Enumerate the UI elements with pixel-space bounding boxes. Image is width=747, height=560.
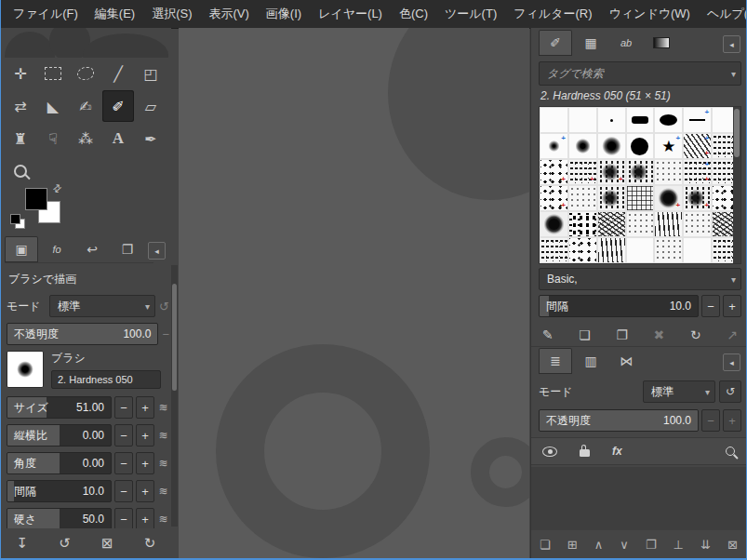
brush-cell[interactable] — [683, 237, 712, 263]
brush-preview[interactable] — [7, 351, 44, 388]
tool-hardness-slider-increase-button[interactable]: + — [136, 508, 154, 528]
brush-cell[interactable] — [683, 211, 712, 237]
merge-layer-button[interactable]: ⇊ — [700, 538, 711, 552]
brush-spacing-slider-increase-button[interactable]: + — [723, 295, 741, 317]
foreground-color-swatch[interactable] — [25, 188, 47, 210]
layer-mode-combo[interactable]: 標準 — [643, 380, 715, 403]
smudge-tool[interactable]: ☟ — [37, 123, 69, 154]
save-tool-preset-button[interactable]: ↧ — [17, 535, 29, 552]
mode-switch-icon[interactable]: ↺ — [159, 300, 169, 313]
brush-cell[interactable] — [654, 237, 683, 263]
toolbox-panel-menu-button[interactable]: ◂ — [148, 242, 166, 260]
tab-gradients[interactable] — [645, 30, 678, 56]
fx-icon[interactable]: fx — [612, 445, 622, 458]
tab-tool-options[interactable]: ▣ — [5, 236, 38, 262]
tool-aspect-ratio-slider[interactable]: 縦横比0.00 — [7, 424, 112, 447]
tool-size-slider[interactable]: サイズ51.00 — [7, 396, 112, 419]
tab-device-status[interactable]: fo — [40, 236, 73, 262]
move-tool[interactable]: ✛ — [5, 58, 36, 89]
tool-aspect-ratio-slider-decrease-button[interactable]: − — [114, 424, 133, 447]
tool-hardness-slider-decrease-button[interactable]: − — [114, 508, 133, 528]
layers-panel-menu-button[interactable]: ◂ — [723, 353, 740, 371]
brush-grid-scrollbar[interactable] — [733, 107, 740, 263]
tool-spacing-slider[interactable]: 間隔10.0 — [7, 480, 112, 502]
new-layer-button[interactable]: ❏ — [540, 538, 551, 552]
menu-item-8[interactable]: ツール(T) — [436, 0, 505, 28]
airbrush-tool[interactable]: ⁂ — [70, 123, 101, 154]
tool-opacity-slider[interactable]: 不透明度100.0 — [7, 323, 158, 345]
brush-cell[interactable] — [568, 211, 597, 237]
brush-tag-combo[interactable]: Basic, — [539, 268, 741, 290]
tool-hardness-slider[interactable]: 硬さ50.0 — [7, 508, 112, 528]
brushes-panel-menu-button[interactable]: ◂ — [723, 35, 740, 53]
layer-opacity-slider-increase-button[interactable]: + — [723, 409, 741, 432]
lock-icon[interactable] — [580, 449, 590, 457]
canvas[interactable] — [179, 28, 529, 558]
brush-cell[interactable] — [626, 237, 655, 263]
brush-cell[interactable] — [568, 185, 597, 211]
brush-cell[interactable]: + — [540, 159, 568, 185]
menu-item-7[interactable]: 色(C) — [391, 0, 436, 28]
tool-angle-slider-increase-button[interactable]: + — [136, 452, 154, 474]
fuzzy-select-tool[interactable]: ╱ — [102, 58, 134, 89]
brush-cell[interactable] — [626, 185, 655, 211]
lower-layer-button[interactable]: ∨ — [620, 538, 629, 552]
zoom-tool[interactable] — [5, 155, 36, 187]
open-brush-as-image-button[interactable]: ↗ — [727, 327, 738, 342]
ink-tool[interactable]: ✍ — [70, 90, 101, 122]
layer-opacity-slider[interactable]: 不透明度100.0 — [539, 409, 699, 432]
delete-layer-button[interactable]: ⊠ — [727, 538, 738, 552]
reset-tool-options-button[interactable]: ↻ — [144, 535, 156, 552]
new-brush-button[interactable]: ❏ — [579, 327, 591, 342]
brush-cell[interactable] — [597, 211, 626, 237]
brush-cell[interactable] — [540, 211, 568, 237]
restore-tool-preset-button[interactable]: ↺ — [59, 535, 71, 552]
tab-patterns[interactable]: ▦ — [574, 30, 607, 56]
edit-brush-button[interactable]: ✎ — [542, 327, 554, 342]
layer-mode-switch-icon[interactable]: ↺ — [719, 380, 741, 403]
menu-item-9[interactable]: フィルター(R) — [505, 0, 600, 28]
tool-options-scrollbar[interactable] — [171, 265, 178, 527]
clone-tool[interactable]: ♜ — [5, 123, 36, 154]
paint-mode-combo[interactable]: 標準 — [49, 295, 155, 317]
scrollbar-thumb[interactable] — [734, 109, 740, 157]
tab-paths[interactable]: ⋈ — [609, 348, 643, 374]
menu-item-10[interactable]: ウィンドウ(W) — [600, 0, 698, 28]
brush-cell[interactable]: + — [654, 133, 683, 159]
brush-cell[interactable]: ++ — [683, 159, 712, 185]
tab-layers[interactable]: ≣ — [539, 348, 572, 374]
color-picker-tool[interactable]: ✒ — [135, 123, 167, 154]
brush-cell[interactable] — [568, 133, 597, 159]
layer-list[interactable] — [531, 467, 746, 530]
brush-cell[interactable]: ++ — [683, 133, 712, 159]
tool-angle-slider[interactable]: 角度0.00 — [7, 452, 112, 474]
tool-aspect-ratio-slider-increase-button[interactable]: + — [136, 424, 154, 447]
brush-cell[interactable]: + — [540, 185, 568, 211]
tool-spacing-slider-decrease-button[interactable]: − — [114, 480, 133, 502]
bucket-fill-tool[interactable]: ◣ — [37, 90, 69, 122]
brush-cell[interactable] — [626, 159, 655, 185]
brush-cell[interactable]: + — [540, 133, 568, 159]
brush-cell[interactable] — [654, 107, 683, 133]
refresh-brushes-button[interactable]: ↻ — [690, 327, 701, 342]
tab-images[interactable]: ❐ — [111, 236, 144, 262]
menu-item-1[interactable]: ファイル(F) — [5, 0, 87, 28]
paintbrush-tool[interactable]: ✐ — [102, 90, 134, 122]
tab-undo-history[interactable]: ↩ — [75, 236, 109, 262]
tab-channels[interactable]: ▥ — [574, 348, 607, 374]
brush-cell[interactable] — [654, 159, 683, 185]
brush-cell[interactable]: + — [683, 185, 712, 211]
tab-fonts[interactable]: ab — [609, 30, 643, 56]
brush-search-combo[interactable]: タグで検索 — [539, 61, 741, 86]
layer-opacity-slider-decrease-button[interactable]: − — [701, 409, 720, 432]
eraser-tool[interactable]: ▱ — [135, 90, 167, 122]
brush-spacing-slider-decrease-button[interactable]: − — [701, 295, 720, 317]
brush-cell[interactable] — [568, 107, 597, 133]
brush-cell[interactable] — [597, 107, 626, 133]
menu-item-3[interactable]: 選択(S) — [143, 0, 200, 28]
brush-cell[interactable] — [597, 133, 626, 159]
anchor-layer-button[interactable]: ⊥ — [674, 538, 684, 552]
tab-brushes[interactable]: ✐ — [539, 30, 572, 56]
brush-cell[interactable] — [568, 237, 597, 263]
menu-item-6[interactable]: レイヤー(L) — [310, 0, 391, 28]
